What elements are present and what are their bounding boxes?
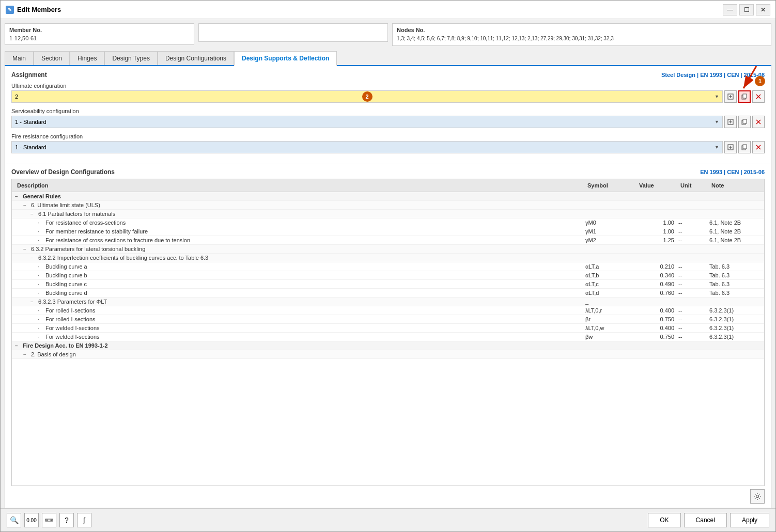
apply-button[interactable]: Apply (730, 513, 769, 527)
expand-icon[interactable]: · (38, 238, 44, 243)
row-text: Buckling curve d (45, 290, 87, 296)
row-description: · For resistance of cross-sections to fr… (15, 237, 585, 243)
serviceability-config-row: Serviceability configuration 1 - Standar… (11, 108, 765, 128)
expand-icon[interactable]: − (23, 202, 29, 208)
fire-delete-button[interactable] (752, 141, 765, 153)
expand-icon[interactable]: · (38, 264, 44, 270)
svg-point-25 (51, 520, 52, 521)
window-title: Edit Members (17, 6, 61, 13)
expand-icon[interactable]: · (38, 308, 44, 314)
row-text: Buckling curve a (45, 263, 87, 270)
assignment-section: Assignment Steel Design | EN 1993 | CEN … (5, 66, 771, 164)
tab-section[interactable]: Section (34, 51, 70, 65)
ultimate-config-dropdown[interactable]: 2 2 ▼ (11, 90, 723, 103)
cancel-button[interactable]: Cancel (684, 513, 727, 527)
row-unit: -- (678, 228, 709, 234)
row-value: 0.400 (637, 325, 678, 331)
row-value: 0.760 (637, 290, 678, 296)
ultimate-new-button[interactable] (724, 90, 737, 103)
row-text: For welded I-sections (45, 334, 100, 340)
row-description: − 6.1 Partial factors for materials (15, 211, 585, 217)
tab-design-configs[interactable]: Design Configurations (158, 51, 234, 65)
expand-icon[interactable]: · (38, 273, 44, 278)
title-bar: ✎ Edit Members — ☐ ✕ (1, 1, 775, 19)
fire-copy-button[interactable] (738, 141, 751, 153)
expand-icon[interactable]: · (38, 281, 44, 287)
col-note: Note (709, 181, 761, 190)
fire-new-button[interactable] (724, 141, 737, 153)
tab-hinges[interactable]: Hinges (70, 51, 104, 65)
settings-icon (753, 492, 762, 500)
serviceability-new-button[interactable] (724, 116, 737, 128)
row-note: 6.3.2.3(1) (709, 325, 761, 331)
table-row: · For welded I-sections βw 0.750 -- 6.3.… (12, 333, 764, 341)
tool-help-button[interactable]: ? (59, 513, 74, 527)
row-description: · Buckling curve c (15, 281, 585, 287)
row-text: 6. Ultimate limit state (ULS) (31, 202, 100, 208)
col-symbol: Symbol (585, 181, 637, 190)
row-value: 1.00 (637, 220, 678, 226)
overview-section: Overview of Design Configurations EN 199… (5, 164, 771, 508)
tool-formula-button[interactable]: ∫ (77, 513, 91, 527)
members-icon (45, 516, 53, 524)
expand-icon[interactable]: − (30, 211, 37, 217)
table-row: · For member resistance to stability fai… (12, 227, 764, 236)
row-unit: -- (678, 220, 709, 226)
ultimate-config-label: Ultimate configuration (11, 83, 765, 89)
row-value: 1.25 (637, 237, 678, 243)
bottom-actions: OK Cancel Apply (648, 513, 769, 527)
member-no-label: Member No. (9, 27, 190, 33)
overview-settings-button[interactable] (750, 489, 765, 504)
row-text: For resistance of cross-sections (45, 220, 126, 226)
bottom-tools: 🔍 0.00 ? ∫ (7, 513, 91, 527)
close-button[interactable]: ✕ (756, 4, 770, 15)
fire-resistance-config-label: Fire resistance configuration (11, 133, 765, 139)
tool-decimals-button[interactable]: 0.00 (24, 513, 39, 527)
table-row: − Fire Design Acc. to EN 1993-1-2 (12, 341, 764, 350)
ok-button[interactable]: OK (648, 513, 680, 527)
table-row: · For welded I-sections λLT,0,w 0.400 --… (12, 324, 764, 333)
member-no-field: Member No. 1-12,50-61 (5, 23, 194, 45)
expand-icon[interactable]: − (30, 255, 37, 261)
row-symbol: γM1 (585, 228, 637, 234)
tab-design-types[interactable]: Design Types (104, 51, 158, 65)
expand-icon[interactable]: · (38, 290, 44, 296)
serviceability-delete-button[interactable] (752, 116, 765, 128)
expand-icon[interactable]: · (38, 229, 44, 234)
expand-icon[interactable]: − (30, 299, 37, 305)
expand-icon[interactable]: − (23, 246, 29, 252)
tool-search-button[interactable]: 🔍 (7, 513, 21, 527)
ultimate-copy-button[interactable] (738, 90, 751, 103)
svg-point-22 (756, 495, 759, 498)
new-icon-3 (727, 144, 734, 151)
expand-icon[interactable]: · (38, 220, 44, 226)
tab-main[interactable]: Main (5, 51, 34, 65)
expand-icon[interactable]: − (15, 194, 21, 199)
row-text: 2. Basis of design (31, 351, 76, 357)
fire-resistance-config-dropdown[interactable]: 1 - Standard ▼ (11, 141, 723, 153)
svg-rect-19 (743, 145, 747, 149)
table-row: · For rolled I-sections βr 0.750 -- 6.3.… (12, 315, 764, 324)
ultimate-delete-button[interactable] (752, 90, 765, 103)
row-unit: -- (678, 272, 709, 278)
serviceability-copy-button[interactable] (738, 116, 751, 128)
copy-icon-3 (741, 144, 748, 150)
maximize-button[interactable]: ☐ (739, 4, 754, 15)
col-unit: Unit (678, 181, 709, 190)
row-text: For member resistance to stability failu… (45, 228, 148, 234)
row-description: − 6.3.2.3 Parameters for ΦLT (15, 299, 585, 305)
expand-icon[interactable]: − (23, 352, 29, 357)
expand-icon[interactable]: · (38, 317, 44, 322)
tab-design-supports[interactable]: Design Supports & Deflection (234, 51, 337, 66)
row-symbol: γM2 (585, 237, 637, 243)
row-description: − 6.3.2.2 Imperfection coefficients of b… (15, 255, 585, 261)
copy-btn-wrapper: 1 (738, 90, 751, 103)
overview-title: Overview of Design Configurations (11, 168, 115, 176)
tool-members-button[interactable] (42, 513, 56, 527)
overview-table[interactable]: Description Symbol Value Unit Note − Gen… (11, 179, 765, 486)
expand-icon[interactable]: · (38, 334, 44, 340)
expand-icon[interactable]: · (38, 325, 44, 331)
serviceability-config-dropdown[interactable]: 1 - Standard ▼ (11, 116, 723, 128)
expand-icon[interactable]: − (15, 343, 21, 349)
minimize-button[interactable]: — (723, 4, 737, 15)
